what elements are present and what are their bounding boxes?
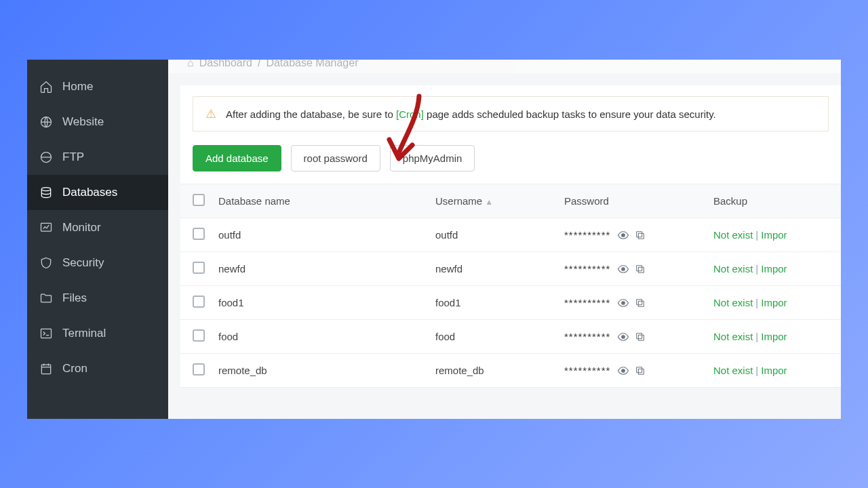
sidebar-item-website[interactable]: Website — [27, 104, 168, 140]
table-row: newfdnewfd**********Not exist|Impor — [180, 252, 841, 286]
backup-not-exist-link[interactable]: Not exist — [713, 229, 753, 241]
sidebar-item-ftp[interactable]: FTP — [27, 140, 168, 175]
sidebar-item-files[interactable]: Files — [27, 281, 168, 316]
breadcrumb-dashboard[interactable]: Dashboard — [199, 60, 252, 69]
table-row: foodfood**********Not exist|Impor — [180, 320, 841, 354]
copy-icon[interactable] — [635, 263, 646, 275]
info-alert: ⚠ After adding the database, be sure to … — [193, 96, 829, 131]
copy-icon[interactable] — [635, 331, 646, 343]
alert-text: After adding the database, be sure to [C… — [226, 108, 716, 120]
copy-icon[interactable] — [635, 297, 646, 309]
warning-icon: ⚠ — [205, 106, 216, 121]
backup-import-link[interactable]: Impor — [761, 263, 787, 274]
root-password-button[interactable]: root password — [291, 145, 380, 171]
eye-icon[interactable] — [617, 263, 629, 275]
sidebar-item-cron[interactable]: Cron — [27, 351, 168, 386]
sidebar-item-label: Cron — [62, 362, 87, 375]
svg-rect-7 — [639, 233, 644, 239]
database-icon — [39, 186, 53, 199]
cell-dbname: remote_db — [212, 354, 429, 388]
folder-icon — [39, 291, 53, 305]
breadcrumb-home-icon: ⌂ — [187, 60, 194, 69]
copy-icon[interactable] — [635, 365, 646, 377]
sidebar-item-databases[interactable]: Databases — [27, 175, 168, 210]
sidebar-item-label: Website — [62, 115, 104, 129]
ftp-icon — [39, 150, 53, 164]
svg-rect-10 — [639, 267, 644, 272]
svg-point-12 — [622, 301, 625, 304]
select-all-checkbox[interactable] — [193, 194, 205, 206]
sidebar-item-home[interactable]: Home — [27, 69, 168, 104]
cell-username: food1 — [429, 286, 557, 320]
terminal-icon — [39, 327, 53, 340]
svg-point-6 — [622, 233, 625, 237]
svg-point-18 — [622, 369, 625, 372]
col-header-password[interactable]: Password — [557, 184, 707, 218]
password-mask: ********** — [564, 297, 610, 308]
svg-point-15 — [622, 335, 625, 338]
backup-import-link[interactable]: Impor — [761, 365, 787, 376]
col-header-username[interactable]: Username▲ — [429, 184, 557, 218]
sidebar: Home Website FTP Databases Monitor — [27, 60, 168, 419]
sidebar-item-terminal[interactable]: Terminal — [27, 316, 168, 351]
eye-icon[interactable] — [617, 331, 629, 343]
cron-link[interactable]: [Cron] — [396, 108, 424, 120]
sidebar-item-security[interactable]: Security — [27, 245, 168, 281]
password-mask: ********** — [564, 331, 610, 342]
eye-icon[interactable] — [617, 297, 629, 309]
svg-rect-17 — [637, 333, 642, 338]
col-header-name[interactable]: Database name — [212, 184, 429, 218]
shield-icon — [39, 256, 53, 270]
backup-not-exist-link[interactable]: Not exist — [713, 297, 753, 308]
globe-icon — [39, 115, 53, 129]
svg-point-9 — [622, 267, 625, 270]
backup-not-exist-link[interactable]: Not exist — [713, 263, 753, 274]
monitor-icon — [39, 221, 53, 235]
backup-import-link[interactable]: Impor — [761, 229, 787, 241]
backup-not-exist-link[interactable]: Not exist — [713, 331, 753, 342]
cell-dbname: food — [212, 320, 429, 354]
svg-rect-19 — [639, 369, 644, 374]
backup-import-link[interactable]: Impor — [761, 297, 787, 308]
cell-dbname: newfd — [212, 252, 429, 286]
panel-window: Home Website FTP Databases Monitor — [27, 60, 841, 419]
main-content: ⌂ Dashboard / Database Manager ⚠ After a… — [168, 60, 841, 419]
row-checkbox[interactable] — [193, 363, 205, 375]
eye-icon[interactable] — [617, 365, 629, 377]
sidebar-item-label: Files — [62, 291, 87, 305]
phpmyadmin-button[interactable]: phpMyAdmin — [390, 145, 475, 171]
breadcrumb: ⌂ Dashboard / Database Manager — [168, 60, 841, 73]
backup-not-exist-link[interactable]: Not exist — [713, 365, 753, 376]
row-checkbox[interactable] — [193, 296, 205, 308]
svg-rect-11 — [637, 265, 642, 270]
calendar-icon — [39, 362, 53, 375]
breadcrumb-current: Database Manager — [266, 60, 358, 69]
sidebar-item-label: FTP — [62, 150, 84, 164]
home-icon — [39, 80, 53, 94]
table-row: remote_dbremote_db**********Not exist|Im… — [180, 354, 841, 388]
database-table: Database name Username▲ Password Backup … — [180, 184, 841, 388]
sidebar-item-monitor[interactable]: Monitor — [27, 210, 168, 245]
eye-icon[interactable] — [617, 229, 629, 241]
col-header-backup[interactable]: Backup — [707, 184, 841, 218]
row-checkbox[interactable] — [193, 228, 205, 240]
copy-icon[interactable] — [635, 229, 646, 241]
svg-point-2 — [41, 188, 50, 191]
table-row: food1food1**********Not exist|Impor — [180, 286, 841, 320]
cell-dbname: outfd — [212, 218, 429, 252]
sidebar-item-label: Monitor — [62, 221, 101, 235]
cell-username: food — [429, 320, 557, 354]
row-checkbox[interactable] — [193, 329, 205, 342]
toolbar: Add database root password phpMyAdmin — [180, 145, 841, 184]
sort-asc-icon: ▲ — [485, 197, 493, 207]
add-database-button[interactable]: Add database — [193, 145, 281, 171]
svg-rect-8 — [637, 231, 642, 237]
backup-import-link[interactable]: Impor — [761, 331, 787, 342]
svg-rect-13 — [639, 301, 644, 306]
row-checkbox[interactable] — [193, 262, 205, 274]
password-mask: ********** — [564, 263, 610, 274]
svg-rect-14 — [637, 299, 642, 304]
cell-username: newfd — [429, 252, 557, 286]
sidebar-item-label: Home — [62, 80, 93, 94]
password-mask: ********** — [564, 229, 610, 241]
